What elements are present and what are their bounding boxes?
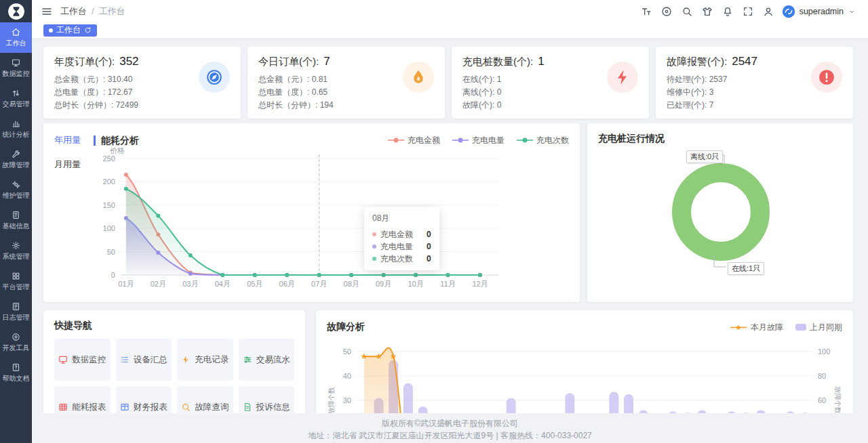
svg-text:02月: 02月 — [151, 280, 166, 288]
stat-card-title: 故障报警(个): — [667, 56, 727, 67]
breadcrumb-parent[interactable]: 工作台 — [60, 5, 87, 18]
stat-card-title: 年度订单(个): — [54, 56, 115, 67]
svg-text:08月: 08月 — [344, 280, 359, 288]
address-line: 地址：湖北省 武汉市江夏区庙山开发区阳光大道9号 | 客服热线：400-033-… — [32, 429, 868, 442]
svg-text:故障个数: 故障个数 — [328, 387, 335, 415]
stat-card: 故障报警(个):2547待处理(个): 2537维修中(个): 3已处理(个):… — [656, 47, 853, 119]
legend-item-充电次数[interactable]: 充电次数 — [517, 135, 569, 146]
username: superadmin — [800, 7, 844, 16]
cog-icon — [12, 241, 20, 250]
help-doc-icon — [12, 363, 20, 372]
tab-active-dot — [49, 28, 53, 33]
energy-tabs: 年用量月用量 — [54, 133, 94, 293]
sidebar-item-工作台[interactable]: 工作台 — [0, 22, 32, 53]
svg-text:40: 40 — [343, 372, 351, 380]
stat-card-metric: 待处理(个): 2537 — [667, 73, 757, 86]
compass-icon — [199, 62, 230, 93]
font-size-icon[interactable] — [641, 6, 652, 17]
sidebar-item-基础信息[interactable]: 基础信息 — [0, 205, 32, 236]
home-icon — [12, 28, 20, 37]
breadcrumb-current: 工作台 — [99, 5, 125, 18]
svg-text:★: ★ — [360, 352, 368, 361]
stat-card-title: 今日订单(个): — [258, 56, 319, 67]
app-logo[interactable] — [0, 0, 32, 22]
offline-count-label: 离线:0只 — [686, 150, 723, 163]
search-icon[interactable] — [682, 6, 692, 17]
topbar: 工作台 / 工作台 superadmin — [32, 0, 868, 22]
sidebar-item-平台管理[interactable]: 平台管理 — [0, 266, 32, 297]
stat-card-value: 1 — [538, 55, 544, 68]
energy-chart-title: 能耗分析 — [94, 135, 139, 146]
line-dot-marker-icon — [388, 138, 404, 143]
sidebar-item-帮助文档[interactable]: 帮助文档 — [0, 358, 32, 388]
svg-text:03月: 03月 — [182, 280, 198, 288]
legend-item-本月故障[interactable]: ★本月故障 — [730, 322, 783, 333]
sidebar-item-系统管理[interactable]: 系统管理 — [0, 236, 32, 266]
stat-card-rows: 在线(个): 1离线(个): 0故障(个): 0 — [462, 73, 545, 112]
energy-tab-月用量[interactable]: 月用量 — [54, 159, 94, 171]
tools-icon — [12, 333, 20, 341]
sidebar-item-统计分析[interactable]: 统计分析 — [0, 114, 32, 144]
stat-card-rows: 待处理(个): 2537维修中(个): 3已处理(个): 7 — [667, 73, 757, 112]
quick-nav-设备汇总[interactable]: 设备汇总 — [116, 339, 172, 381]
svg-text:30: 30 — [343, 396, 351, 404]
stat-card-metric: 故障(个): 0 — [462, 99, 545, 112]
svg-text:100: 100 — [103, 224, 115, 232]
charts-row: 年用量月用量 能耗分析 充电金额充电电量充电次数 050100150200250… — [43, 123, 853, 302]
sidebar-item-故障管理[interactable]: 故障管理 — [0, 144, 32, 175]
svg-text:80: 80 — [818, 372, 826, 380]
stat-card-metric: 总电量（度）: 0.65 — [258, 86, 334, 99]
legend-item-上月同期[interactable]: 上月同期 — [795, 322, 842, 333]
fullscreen-icon[interactable] — [743, 6, 753, 17]
legend-item-充电金额[interactable]: 充电金额 — [388, 135, 440, 146]
tab-label: 工作台 — [56, 24, 81, 36]
table2-icon — [120, 402, 130, 412]
gears-icon — [12, 180, 20, 189]
stat-card-rows: 总金额（元）: 310.40总电量（度）: 172.67总时长（分钟）: 724… — [54, 73, 139, 112]
svg-text:04月: 04月 — [215, 280, 231, 288]
svg-text:11月: 11月 — [440, 280, 455, 288]
bell-icon[interactable] — [722, 6, 733, 17]
svg-text:★: ★ — [735, 324, 742, 331]
stat-card: 年度订单(个):352总金额（元）: 310.40总电量（度）: 172.67总… — [43, 47, 241, 119]
list-icon — [120, 355, 130, 364]
svg-text:01月: 01月 — [118, 280, 134, 288]
theme-icon[interactable] — [702, 6, 713, 17]
user-menu[interactable]: superadmin — [782, 5, 856, 18]
stat-card-metric: 总时长（分钟）: 194 — [258, 99, 334, 112]
energy-tab-年用量[interactable]: 年用量 — [54, 134, 94, 146]
quick-nav-充电记录[interactable]: 充电记录 — [177, 339, 233, 381]
stat-card-value: 2547 — [732, 55, 757, 68]
sidebar-item-数据监控[interactable]: 数据监控 — [0, 53, 32, 83]
stat-card-value: 7 — [323, 55, 330, 68]
stat-card: 今日订单(个):7总金额（元）: 0.81总电量（度）: 0.65总时长（分钟）… — [248, 47, 445, 119]
refresh-icon[interactable] — [84, 26, 92, 34]
breadcrumb-separator: / — [92, 6, 94, 16]
quick-nav-数据监控[interactable]: 数据监控 — [54, 339, 111, 381]
hamburger-icon[interactable] — [41, 6, 52, 17]
stat-card-value: 352 — [119, 55, 138, 68]
table-icon — [58, 402, 68, 412]
stat-card-metric: 总金额（元）: 310.40 — [54, 73, 139, 86]
sidebar-item-开发工具[interactable]: 开发工具 — [0, 327, 32, 358]
user-icon[interactable] — [763, 6, 774, 17]
stat-card-metric: 离线(个): 0 — [462, 86, 545, 99]
online-count-label: 在线:1只 — [728, 262, 764, 275]
sidebar-item-日志管理[interactable]: 日志管理 — [0, 297, 32, 327]
svg-text:06月: 06月 — [279, 280, 295, 288]
sidebar-item-维护管理[interactable]: 维护管理 — [0, 175, 32, 205]
fault-chart-title: 故障分析 — [327, 321, 365, 333]
legend-item-充电电量[interactable]: 充电电量 — [452, 135, 505, 146]
stat-card-metric: 维修中(个): 3 — [667, 86, 757, 99]
sidebar-item-交易管理[interactable]: 交易管理 — [0, 83, 32, 114]
quick-nav-交易流水[interactable]: 交易流水 — [239, 339, 295, 381]
svg-text:★: ★ — [390, 352, 397, 361]
svg-text:10月: 10月 — [408, 280, 423, 288]
bar-swatch-icon — [795, 324, 806, 331]
stat-row: 年度订单(个):352总金额（元）: 310.40总电量（度）: 172.67总… — [43, 47, 853, 115]
help-circle-icon[interactable] — [661, 6, 672, 17]
svg-text:0: 0 — [111, 271, 115, 279]
svg-text:150: 150 — [103, 201, 115, 209]
lightning-icon — [181, 355, 191, 364]
tab-workbench[interactable]: 工作台 — [43, 24, 97, 37]
